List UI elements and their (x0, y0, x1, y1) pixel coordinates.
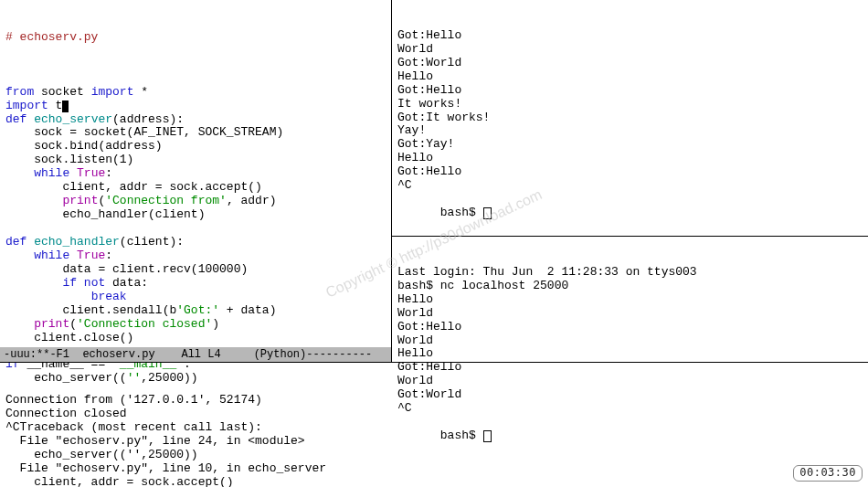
terminal-line: World (397, 334, 863, 348)
code-line: print('Connection closed') (5, 318, 386, 332)
terminal-line: Hello (397, 293, 863, 307)
code-line: client.sendall(b'Got:' + data) (5, 304, 386, 318)
code-line: while True: (5, 249, 386, 263)
code-line: def echo_handler(client): (5, 236, 386, 249)
terminal-line: Hello (397, 70, 863, 84)
terminal-line: File "echoserv.py", line 24, in <module> (5, 435, 863, 449)
terminal-line: File "echoserv.py", line 10, in echo_ser… (5, 462, 863, 476)
code-line: data = client.recv(100000) (5, 263, 386, 277)
terminal-line: World (397, 307, 863, 321)
terminal-line: Hello (397, 152, 863, 165)
code-line: def echo_server(address): (5, 113, 386, 127)
terminal-line: Connection from ('127.0.0.1', 52174) (5, 394, 863, 408)
video-timer: 00:03:30 (793, 465, 863, 482)
code-line (5, 72, 386, 86)
terminal-bottom-output: Connection from ('127.0.0.1', 52174)Conn… (5, 394, 863, 487)
code-line: print('Connection from', addr) (5, 195, 386, 208)
editor-pane[interactable]: # echoserv.py from socket import *import… (0, 0, 392, 362)
code-line (5, 222, 386, 236)
code-line: echo_handler(client) (5, 208, 386, 222)
terminal-line: Got:Hello (397, 321, 863, 334)
terminal-line: Connection closed (5, 408, 863, 421)
terminal-line: bash$ nc localhost 25000 (397, 280, 863, 293)
terminal-line: It works! (397, 98, 863, 111)
terminal-line: Yay! (397, 124, 863, 138)
code-line: break (5, 291, 386, 304)
code-line: client, addr = sock.accept() (5, 181, 386, 195)
terminal-bottom-pane[interactable]: Connection from ('127.0.0.1', 52174)Conn… (0, 362, 868, 487)
code-line: from socket import * (5, 86, 386, 100)
code-line: sock.listen(1) (5, 154, 386, 167)
terminal-line: Got:Hello (397, 29, 863, 43)
editor-code[interactable]: from socket import *import tdef echo_ser… (5, 72, 386, 386)
terminal-line: Got:Hello (397, 165, 863, 179)
terminal-line: Got:Hello (397, 84, 863, 98)
code-line: sock.bind(address) (5, 140, 386, 154)
terminal-top-output: Got:HelloWorldGot:WorldHelloGot:HelloIt … (397, 29, 863, 193)
terminal-cursor-icon (483, 207, 492, 219)
terminal-top-prompt: bash$ (440, 206, 483, 219)
terminal-line: ^CTraceback (most recent call last): (5, 421, 863, 435)
terminal-line: Hello (397, 347, 863, 361)
code-line: if not data: (5, 277, 386, 291)
editor-comment: # echoserv.py (5, 31, 386, 45)
terminal-line: Got:Yay! (397, 138, 863, 152)
code-line: import t (5, 100, 386, 113)
code-line: while True: (5, 167, 386, 181)
terminal-line: Last login: Thu Jun 2 11:28:33 on ttys00… (397, 266, 863, 280)
terminal-line: echo_server(('',25000)) (5, 449, 863, 462)
terminal-line: client, addr = sock.accept() (5, 476, 863, 488)
code-line: client.close() (5, 332, 386, 345)
terminal-line: World (397, 43, 863, 57)
editor-cursor-icon (62, 101, 69, 112)
terminal-line: ^C (397, 179, 863, 193)
terminal-top-pane[interactable]: Got:HelloWorldGot:WorldHelloGot:HelloIt … (392, 0, 868, 236)
editor-status-bar: -uuu:**-F1 echoserv.py All L4 (Python)--… (0, 347, 391, 362)
terminal-line: Got:World (397, 57, 863, 70)
terminal-line: Got:It works! (397, 111, 863, 125)
code-line: sock = socket(AF_INET, SOCK_STREAM) (5, 126, 386, 140)
